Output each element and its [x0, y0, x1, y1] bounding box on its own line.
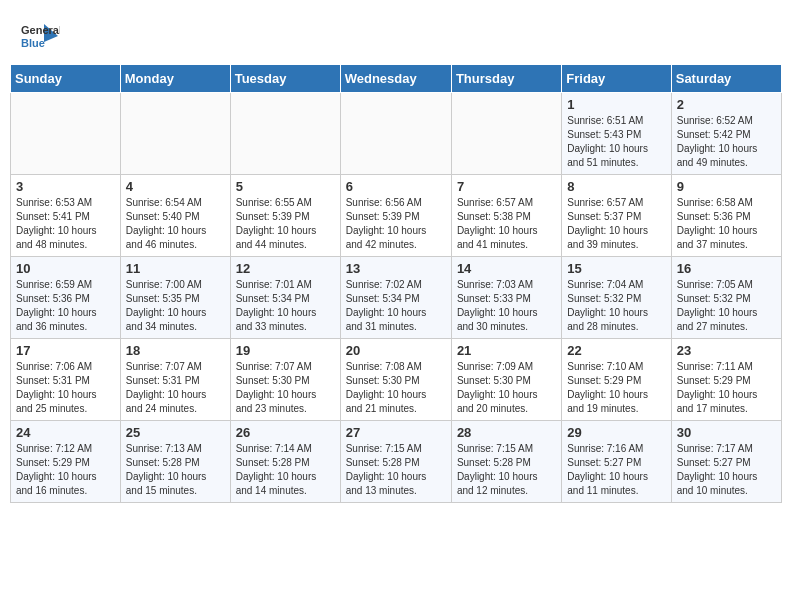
calendar-table-wrap: SundayMondayTuesdayWednesdayThursdayFrid… [0, 64, 792, 513]
day-number: 4 [126, 179, 225, 194]
day-number: 21 [457, 343, 556, 358]
calendar-cell: 27Sunrise: 7:15 AM Sunset: 5:28 PM Dayli… [340, 421, 451, 503]
day-number: 9 [677, 179, 776, 194]
day-info: Sunrise: 7:13 AM Sunset: 5:28 PM Dayligh… [126, 442, 225, 498]
day-info: Sunrise: 7:09 AM Sunset: 5:30 PM Dayligh… [457, 360, 556, 416]
day-info: Sunrise: 7:12 AM Sunset: 5:29 PM Dayligh… [16, 442, 115, 498]
calendar-cell: 7Sunrise: 6:57 AM Sunset: 5:38 PM Daylig… [451, 175, 561, 257]
calendar-cell: 4Sunrise: 6:54 AM Sunset: 5:40 PM Daylig… [120, 175, 230, 257]
calendar-week-row: 3Sunrise: 6:53 AM Sunset: 5:41 PM Daylig… [11, 175, 782, 257]
calendar-cell: 28Sunrise: 7:15 AM Sunset: 5:28 PM Dayli… [451, 421, 561, 503]
svg-text:General: General [21, 24, 60, 36]
day-number: 2 [677, 97, 776, 112]
day-header-friday: Friday [562, 65, 671, 93]
calendar-table: SundayMondayTuesdayWednesdayThursdayFrid… [10, 64, 782, 503]
day-info: Sunrise: 6:52 AM Sunset: 5:42 PM Dayligh… [677, 114, 776, 170]
calendar-cell: 11Sunrise: 7:00 AM Sunset: 5:35 PM Dayli… [120, 257, 230, 339]
day-number: 8 [567, 179, 665, 194]
day-info: Sunrise: 6:53 AM Sunset: 5:41 PM Dayligh… [16, 196, 115, 252]
day-info: Sunrise: 6:54 AM Sunset: 5:40 PM Dayligh… [126, 196, 225, 252]
calendar-week-row: 10Sunrise: 6:59 AM Sunset: 5:36 PM Dayli… [11, 257, 782, 339]
calendar-cell [230, 93, 340, 175]
calendar-cell: 10Sunrise: 6:59 AM Sunset: 5:36 PM Dayli… [11, 257, 121, 339]
day-info: Sunrise: 6:57 AM Sunset: 5:38 PM Dayligh… [457, 196, 556, 252]
calendar-cell: 15Sunrise: 7:04 AM Sunset: 5:32 PM Dayli… [562, 257, 671, 339]
calendar-cell: 8Sunrise: 6:57 AM Sunset: 5:37 PM Daylig… [562, 175, 671, 257]
day-number: 17 [16, 343, 115, 358]
day-info: Sunrise: 7:07 AM Sunset: 5:30 PM Dayligh… [236, 360, 335, 416]
calendar-cell: 24Sunrise: 7:12 AM Sunset: 5:29 PM Dayli… [11, 421, 121, 503]
day-header-wednesday: Wednesday [340, 65, 451, 93]
day-header-tuesday: Tuesday [230, 65, 340, 93]
day-number: 13 [346, 261, 446, 276]
day-info: Sunrise: 7:17 AM Sunset: 5:27 PM Dayligh… [677, 442, 776, 498]
calendar-cell: 20Sunrise: 7:08 AM Sunset: 5:30 PM Dayli… [340, 339, 451, 421]
day-info: Sunrise: 6:58 AM Sunset: 5:36 PM Dayligh… [677, 196, 776, 252]
day-number: 12 [236, 261, 335, 276]
calendar-cell: 25Sunrise: 7:13 AM Sunset: 5:28 PM Dayli… [120, 421, 230, 503]
calendar-week-row: 17Sunrise: 7:06 AM Sunset: 5:31 PM Dayli… [11, 339, 782, 421]
day-number: 10 [16, 261, 115, 276]
day-number: 14 [457, 261, 556, 276]
day-number: 15 [567, 261, 665, 276]
day-number: 11 [126, 261, 225, 276]
day-info: Sunrise: 6:56 AM Sunset: 5:39 PM Dayligh… [346, 196, 446, 252]
calendar-cell: 18Sunrise: 7:07 AM Sunset: 5:31 PM Dayli… [120, 339, 230, 421]
day-info: Sunrise: 7:14 AM Sunset: 5:28 PM Dayligh… [236, 442, 335, 498]
day-info: Sunrise: 7:06 AM Sunset: 5:31 PM Dayligh… [16, 360, 115, 416]
calendar-cell: 19Sunrise: 7:07 AM Sunset: 5:30 PM Dayli… [230, 339, 340, 421]
day-number: 26 [236, 425, 335, 440]
day-info: Sunrise: 7:01 AM Sunset: 5:34 PM Dayligh… [236, 278, 335, 334]
calendar-cell: 12Sunrise: 7:01 AM Sunset: 5:34 PM Dayli… [230, 257, 340, 339]
calendar-header-row: SundayMondayTuesdayWednesdayThursdayFrid… [11, 65, 782, 93]
calendar-cell [11, 93, 121, 175]
day-number: 19 [236, 343, 335, 358]
calendar-cell: 22Sunrise: 7:10 AM Sunset: 5:29 PM Dayli… [562, 339, 671, 421]
day-number: 20 [346, 343, 446, 358]
day-info: Sunrise: 7:11 AM Sunset: 5:29 PM Dayligh… [677, 360, 776, 416]
day-info: Sunrise: 7:10 AM Sunset: 5:29 PM Dayligh… [567, 360, 665, 416]
day-header-saturday: Saturday [671, 65, 781, 93]
day-number: 5 [236, 179, 335, 194]
calendar-cell: 14Sunrise: 7:03 AM Sunset: 5:33 PM Dayli… [451, 257, 561, 339]
day-number: 16 [677, 261, 776, 276]
day-info: Sunrise: 7:04 AM Sunset: 5:32 PM Dayligh… [567, 278, 665, 334]
svg-text:Blue: Blue [21, 37, 45, 49]
day-info: Sunrise: 6:57 AM Sunset: 5:37 PM Dayligh… [567, 196, 665, 252]
day-info: Sunrise: 7:03 AM Sunset: 5:33 PM Dayligh… [457, 278, 556, 334]
calendar-cell: 2Sunrise: 6:52 AM Sunset: 5:42 PM Daylig… [671, 93, 781, 175]
day-info: Sunrise: 7:15 AM Sunset: 5:28 PM Dayligh… [346, 442, 446, 498]
day-number: 30 [677, 425, 776, 440]
calendar-cell [451, 93, 561, 175]
calendar-cell: 9Sunrise: 6:58 AM Sunset: 5:36 PM Daylig… [671, 175, 781, 257]
logo: GeneralBlue [20, 16, 60, 56]
day-info: Sunrise: 6:51 AM Sunset: 5:43 PM Dayligh… [567, 114, 665, 170]
day-info: Sunrise: 7:08 AM Sunset: 5:30 PM Dayligh… [346, 360, 446, 416]
day-number: 6 [346, 179, 446, 194]
calendar-week-row: 24Sunrise: 7:12 AM Sunset: 5:29 PM Dayli… [11, 421, 782, 503]
calendar-cell: 6Sunrise: 6:56 AM Sunset: 5:39 PM Daylig… [340, 175, 451, 257]
calendar-cell: 26Sunrise: 7:14 AM Sunset: 5:28 PM Dayli… [230, 421, 340, 503]
day-info: Sunrise: 6:55 AM Sunset: 5:39 PM Dayligh… [236, 196, 335, 252]
calendar-cell [120, 93, 230, 175]
day-number: 22 [567, 343, 665, 358]
day-info: Sunrise: 7:15 AM Sunset: 5:28 PM Dayligh… [457, 442, 556, 498]
day-number: 23 [677, 343, 776, 358]
calendar-cell [340, 93, 451, 175]
calendar-cell: 13Sunrise: 7:02 AM Sunset: 5:34 PM Dayli… [340, 257, 451, 339]
calendar-week-row: 1Sunrise: 6:51 AM Sunset: 5:43 PM Daylig… [11, 93, 782, 175]
day-header-thursday: Thursday [451, 65, 561, 93]
day-info: Sunrise: 7:05 AM Sunset: 5:32 PM Dayligh… [677, 278, 776, 334]
calendar-cell: 16Sunrise: 7:05 AM Sunset: 5:32 PM Dayli… [671, 257, 781, 339]
day-number: 18 [126, 343, 225, 358]
day-info: Sunrise: 7:02 AM Sunset: 5:34 PM Dayligh… [346, 278, 446, 334]
day-info: Sunrise: 7:00 AM Sunset: 5:35 PM Dayligh… [126, 278, 225, 334]
day-info: Sunrise: 6:59 AM Sunset: 5:36 PM Dayligh… [16, 278, 115, 334]
day-number: 25 [126, 425, 225, 440]
day-number: 7 [457, 179, 556, 194]
day-info: Sunrise: 7:07 AM Sunset: 5:31 PM Dayligh… [126, 360, 225, 416]
calendar-cell: 17Sunrise: 7:06 AM Sunset: 5:31 PM Dayli… [11, 339, 121, 421]
day-number: 24 [16, 425, 115, 440]
day-number: 3 [16, 179, 115, 194]
day-number: 27 [346, 425, 446, 440]
